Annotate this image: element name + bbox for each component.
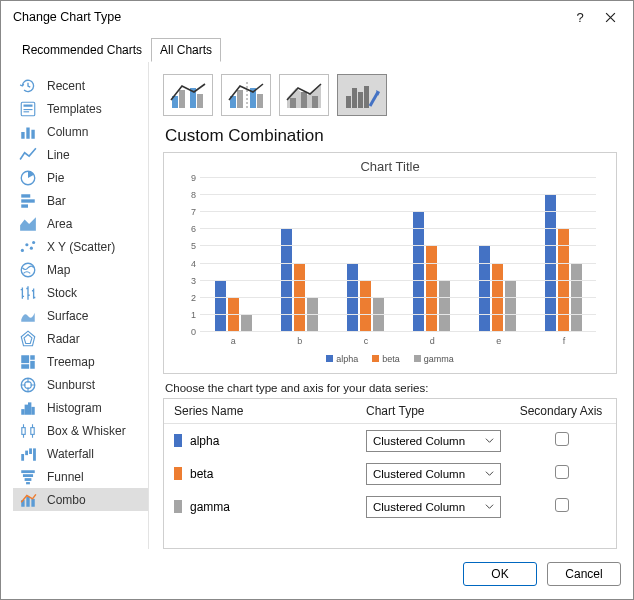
chart-type-sidebar: Recent Templates Column Line Pie Bar — [13, 62, 149, 549]
sidebar-item-bar[interactable]: Bar — [13, 189, 148, 212]
chart-preview: Chart Title 0123456789 abcdef alphabetag… — [163, 152, 617, 374]
sidebar-item-column[interactable]: Column — [13, 120, 148, 143]
sidebar-item-pie[interactable]: Pie — [13, 166, 148, 189]
sidebar-item-area[interactable]: Area — [13, 212, 148, 235]
svg-rect-5 — [26, 127, 29, 138]
combo-subtype-icon — [342, 78, 382, 112]
sidebar-item-label: Column — [47, 125, 88, 139]
secondary-axis-checkbox[interactable] — [555, 465, 569, 479]
combo-subtype-custom[interactable] — [337, 74, 387, 116]
svg-rect-34 — [25, 478, 32, 481]
sidebar-item-stock[interactable]: Stock — [13, 281, 148, 304]
svg-rect-24 — [28, 402, 31, 414]
combo-subtype-icon — [226, 78, 266, 112]
combo-subtype-icon — [284, 78, 324, 112]
sidebar-item-sunburst[interactable]: Sunburst — [13, 373, 148, 396]
sidebar-item-label: Templates — [47, 102, 102, 116]
box-whisker-icon — [19, 422, 37, 440]
svg-rect-46 — [257, 94, 263, 108]
chart-xticks: abcdef — [200, 336, 596, 346]
combo-subtype-stacked-area-clustered-column[interactable] — [279, 74, 329, 116]
tab-all-charts[interactable]: All Charts — [151, 38, 221, 62]
svg-rect-40 — [179, 90, 185, 108]
cancel-button[interactable]: Cancel — [547, 562, 621, 586]
svg-rect-51 — [352, 88, 357, 108]
svg-rect-4 — [21, 132, 24, 139]
radar-icon — [19, 330, 37, 348]
sidebar-item-combo[interactable]: Combo — [13, 488, 148, 511]
chevron-down-icon — [485, 436, 494, 445]
sidebar-item-templates[interactable]: Templates — [13, 97, 148, 120]
series-instruction: Choose the chart type and axis for your … — [165, 382, 615, 394]
combo-subtype-icon — [168, 78, 208, 112]
series-swatch — [174, 434, 182, 447]
svg-rect-42 — [197, 94, 203, 108]
svg-point-13 — [30, 246, 33, 249]
secondary-axis-checkbox[interactable] — [555, 498, 569, 512]
svg-rect-50 — [346, 96, 351, 108]
sidebar-item-funnel[interactable]: Funnel — [13, 465, 148, 488]
titlebar: Change Chart Type ? — [1, 1, 633, 33]
svg-point-11 — [21, 248, 24, 251]
sidebar-item-treemap[interactable]: Treemap — [13, 350, 148, 373]
series-row: gamma Clustered Column — [164, 490, 616, 523]
map-icon — [19, 261, 37, 279]
sunburst-icon — [19, 376, 37, 394]
sidebar-item-label: X Y (Scatter) — [47, 240, 115, 254]
sidebar-item-label: Line — [47, 148, 70, 162]
ok-button[interactable]: OK — [463, 562, 537, 586]
close-button[interactable] — [595, 5, 625, 29]
sidebar-item-histogram[interactable]: Histogram — [13, 396, 148, 419]
header-chart-type: Chart Type — [366, 404, 516, 418]
svg-rect-25 — [31, 406, 34, 414]
svg-rect-2 — [24, 109, 33, 110]
chart-title: Chart Title — [176, 159, 604, 174]
chart-type-select[interactable]: Clustered Column — [366, 430, 501, 452]
svg-rect-10 — [21, 204, 28, 207]
sidebar-item-label: Stock — [47, 286, 77, 300]
svg-rect-35 — [26, 482, 30, 484]
secondary-axis-checkbox[interactable] — [555, 432, 569, 446]
recent-icon — [19, 77, 37, 95]
sidebar-item-scatter[interactable]: X Y (Scatter) — [13, 235, 148, 258]
combo-subtype-clustered-column-line[interactable] — [163, 74, 213, 116]
tab-bar: Recommended Charts All Charts — [13, 37, 633, 61]
sidebar-item-label: Radar — [47, 332, 80, 346]
svg-rect-1 — [24, 104, 33, 106]
sidebar-item-recent[interactable]: Recent — [13, 74, 148, 97]
sidebar-item-surface[interactable]: Surface — [13, 304, 148, 327]
help-button[interactable]: ? — [565, 5, 595, 29]
header-series-name: Series Name — [174, 404, 366, 418]
chart-area: 0123456789 — [200, 178, 596, 332]
line-icon — [19, 146, 37, 164]
funnel-icon — [19, 468, 37, 486]
svg-rect-31 — [33, 448, 36, 460]
treemap-icon — [19, 353, 37, 371]
tab-recommended-charts[interactable]: Recommended Charts — [13, 38, 151, 62]
chart-bars — [200, 178, 596, 332]
sidebar-item-map[interactable]: Map — [13, 258, 148, 281]
close-icon — [605, 12, 616, 23]
svg-rect-33 — [23, 474, 33, 477]
svg-rect-16 — [21, 355, 29, 363]
sidebar-item-label: Treemap — [47, 355, 95, 369]
chart-legend: alphabetagamma — [176, 354, 604, 364]
sidebar-item-label: Bar — [47, 194, 66, 208]
pie-icon — [19, 169, 37, 187]
chart-type-select[interactable]: Clustered Column — [366, 463, 501, 485]
header-secondary-axis: Secondary Axis — [516, 404, 606, 418]
svg-rect-28 — [21, 454, 24, 461]
sidebar-item-label: Area — [47, 217, 72, 231]
sidebar-item-radar[interactable]: Radar — [13, 327, 148, 350]
svg-rect-8 — [21, 194, 30, 197]
surface-icon — [19, 307, 37, 325]
chart-type-select[interactable]: Clustered Column — [366, 496, 501, 518]
sidebar-item-box-whisker[interactable]: Box & Whisker — [13, 419, 148, 442]
column-icon — [19, 123, 37, 141]
svg-rect-23 — [25, 404, 28, 414]
sidebar-item-waterfall[interactable]: Waterfall — [13, 442, 148, 465]
sidebar-item-label: Surface — [47, 309, 88, 323]
sidebar-item-line[interactable]: Line — [13, 143, 148, 166]
combo-subtype-clustered-column-line-secondary[interactable] — [221, 74, 271, 116]
series-table-header: Series Name Chart Type Secondary Axis — [164, 399, 616, 424]
